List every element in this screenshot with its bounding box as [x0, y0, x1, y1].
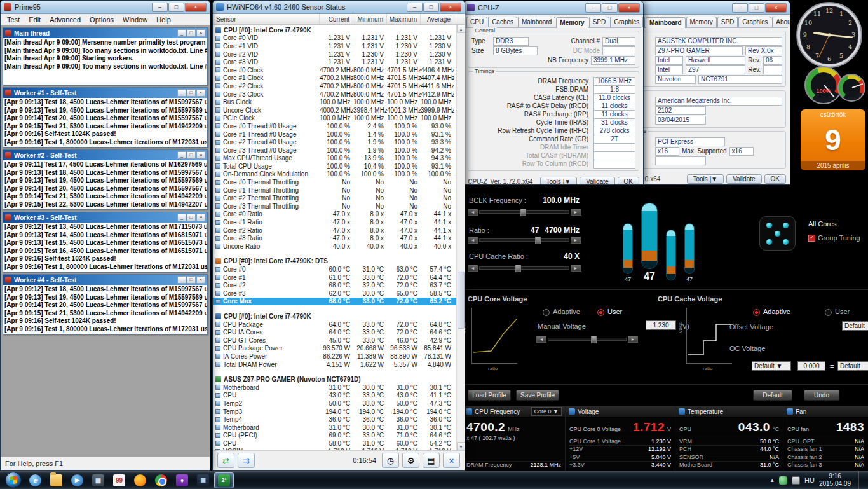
log-area[interactable]: [Apr 9 09:12] Test 18, 4500 Lucas-Lehmer…	[3, 285, 207, 334]
sensor-row[interactable]: Total DRAM Power4.151 W1.622 W5.357 W4.8…	[213, 361, 465, 369]
tab-memory[interactable]: Memory	[686, 17, 717, 27]
settings-gear-button[interactable]: ⚙	[402, 453, 419, 468]
sensor-row[interactable]: Core #3 Thermal ThrottlingNoNoNoNo	[213, 202, 465, 210]
sensor-row[interactable]: CPU Package Power93.570 W20.668 W96.538 …	[213, 345, 465, 353]
offset-voltage-field[interactable]: Default	[842, 321, 868, 331]
bclk-slider[interactable]: ◄►	[468, 209, 581, 216]
purple-app-icon[interactable]: ♦	[172, 472, 192, 488]
dark-app-icon[interactable]: ▣	[193, 472, 213, 488]
core-voltage-adaptive-radio[interactable]: Adaptive	[543, 308, 580, 315]
sensor-row[interactable]: VCCIN1.712 V1.712 V1.712 V1.712 V	[213, 448, 465, 450]
expand-button[interactable]: ⇉	[238, 453, 255, 468]
log-area[interactable]: [Apr 9 09:13] Test 18, 4500 Lucas-Lehmer…	[3, 98, 207, 147]
minimize-button[interactable]: –	[732, 3, 748, 13]
group-tuning-checkbox[interactable]: ✓ Group Tuning	[808, 234, 860, 242]
maximize-button[interactable]: □	[187, 29, 196, 37]
sensor-row[interactable]: Core #1 Thermal ThrottlingNoNoNoNo	[213, 186, 465, 195]
calendar-gadget[interactable]: csütörtök 9 2015 április	[801, 109, 865, 170]
minimize-button[interactable]: _	[177, 214, 186, 221]
sensor-row[interactable]: Core #268.0 °C32.0 °C72.0 °C63.7 °C	[213, 281, 465, 289]
sensor-row[interactable]: Core #2 VID1.231 V1.230 V1.230 V1.230 V	[213, 50, 465, 59]
undo-button[interactable]: Undo	[804, 390, 839, 401]
report-button[interactable]: ▤	[423, 453, 440, 468]
clock-button[interactable]: ◷	[382, 453, 399, 468]
slider-left-arrow-icon[interactable]: ◄	[468, 237, 478, 244]
tab-graphics[interactable]: Graphics	[738, 17, 771, 27]
tray-app-icon[interactable]	[779, 476, 787, 485]
sensor-row[interactable]: Temp250.0 °C38.0 °C50.0 °C47.3 °C	[213, 399, 465, 408]
close-button[interactable]: ×	[196, 29, 205, 37]
tab-memory[interactable]: Memory	[556, 17, 588, 28]
manual-voltage-field[interactable]: 1.230	[646, 320, 676, 330]
sensor-row[interactable]: Motherboard31.0 °C30.0 °C31.0 °C30.1 °C	[213, 424, 465, 432]
cache-voltage-user-radio[interactable]: User	[825, 308, 850, 315]
sensor-group-header[interactable]: CPU [#0]: Intel Core i7-4790K: DTS	[213, 258, 465, 266]
sensor-row[interactable]: Core #060.0 °C31.0 °C63.0 °C57.4 °C	[213, 265, 465, 273]
sensor-row[interactable]: Temp436.0 °C36.0 °C36.0 °C36.0 °C	[213, 415, 465, 424]
close-button[interactable]: ×	[440, 3, 461, 12]
core-select-dropdown[interactable]: Core 0 ▼	[531, 407, 562, 416]
taskbar-clock[interactable]: 9:16 2015.04.09	[819, 472, 851, 488]
sensor-group-header[interactable]: ASUS Z97-PRO GAMER (Nuvoton NCT6791D)	[213, 375, 465, 383]
minimize-button[interactable]: –	[152, 3, 168, 12]
slider-right-arrow-icon[interactable]: ►	[571, 209, 581, 216]
oc-voltage-field[interactable]: 0.000	[797, 361, 825, 371]
validate-button[interactable]: Validate	[726, 174, 761, 184]
minimize-button[interactable]: –	[585, 3, 601, 13]
scroll-up-icon[interactable]: ▲	[457, 25, 465, 33]
start-button[interactable]	[5, 472, 22, 488]
sensor-row[interactable]: Motherboard31.0 °C30.0 °C31.0 °C30.1 °C	[213, 383, 465, 392]
sensor-row[interactable]: Core #1 Ratio47.0 x8.0 x47.0 x44.1 x	[213, 218, 465, 226]
tab-mainboard[interactable]: Mainboard	[646, 17, 686, 28]
minimize-button[interactable]: _	[177, 89, 186, 97]
column-minimum[interactable]: Minimum	[353, 14, 387, 24]
hidden-icons-chevron[interactable]: ▲	[770, 478, 775, 483]
sensor-row[interactable]: Core #2 Clock4700.2 MHz800.0 MHz4701.5 M…	[213, 82, 465, 90]
tools-button[interactable]: Tools |▼	[540, 177, 578, 186]
scroll-down-icon[interactable]: ▼	[457, 442, 465, 450]
sensor-row[interactable]: Uncore Ratio40.0 x40.0 x40.0 x40.0 x	[213, 242, 465, 251]
log-area[interactable]: [Apr 9 09:12] Test 13, 4500 Lucas-Lehmer…	[3, 223, 207, 272]
sensor-row[interactable]: Temp3194.0 °C194.0 °C194.0 °C194.0 °C	[213, 408, 465, 416]
sensor-row[interactable]: CPU58.0 °C31.0 °C60.0 °C54.2 °C	[213, 439, 465, 448]
sensor-group-header[interactable]: CPU [#0]: Intel Core i7-4790K	[213, 26, 465, 34]
slider-right-arrow-icon[interactable]: ►	[571, 237, 581, 244]
save-profile-button[interactable]: Save Profile	[516, 390, 559, 401]
maximize-button[interactable]: □	[423, 3, 439, 12]
tab-graphics[interactable]: Graphics	[610, 17, 643, 27]
log-area[interactable]: [Main thread Apr 9 09:00] Mersenne numbe…	[3, 38, 207, 85]
menu-edit[interactable]: Edit	[24, 15, 45, 24]
titlebar[interactable]: Prime95 – □ ×	[1, 1, 210, 14]
maximize-button[interactable]: □	[187, 276, 196, 284]
column-maximum[interactable]: Maximum	[387, 14, 421, 24]
column-current[interactable]: Current	[320, 14, 353, 24]
ok-button[interactable]: OK	[618, 177, 639, 186]
slider-left-arrow-icon[interactable]: ◄	[468, 265, 478, 272]
sensor-row[interactable]: Bus Clock100.0 MHz100.0 MHz100.0 MHz100.…	[213, 98, 465, 106]
sensor-row[interactable]: Core #2 Thread #0 Usage100.0 %1.9 %100.0…	[213, 138, 465, 146]
reset-values-button[interactable]: ⇄	[217, 453, 234, 468]
menu-options[interactable]: Options	[85, 15, 118, 24]
sensor-row[interactable]: Core #0 VID1.231 V1.231 V1.231 V1.231 V	[213, 34, 465, 43]
sensor-row[interactable]: On-Demand Clock Modulation100.0 %100.0 %…	[213, 170, 465, 179]
menu-help[interactable]: Help	[152, 15, 175, 24]
sensor-row[interactable]: Core #3 Thread #0 Usage100.0 %1.9 %100.0…	[213, 146, 465, 155]
clock-gadget[interactable]: 121234567891011	[796, 1, 863, 69]
sensor-row[interactable]: Core #0 Thread #0 Usage100.0 %2.4 %100.0…	[213, 122, 465, 130]
sensor-row[interactable]: Core #2 Thermal ThrottlingNoNoNoNo	[213, 194, 465, 202]
menu-window[interactable]: Window	[118, 15, 152, 24]
child-titlebar[interactable]: Worker #3 - Self-Test_□×	[3, 212, 207, 223]
close-button[interactable]: ×	[196, 214, 205, 221]
sensor-row[interactable]: CPU Package64.0 °C33.0 °C72.0 °C64.8 °C	[213, 320, 465, 329]
tools-button[interactable]: Tools |▼	[687, 174, 724, 184]
counter-99-icon[interactable]: 99	[109, 472, 129, 488]
tab-caches[interactable]: Caches	[488, 17, 517, 27]
minimize-button[interactable]: _	[177, 29, 186, 37]
column-average[interactable]: Average	[421, 14, 454, 24]
cpu-meter-gadget[interactable]: 100%	[804, 66, 868, 108]
internet-explorer-icon[interactable]: e	[25, 472, 45, 488]
sensor-row[interactable]: IA Cores Power86.226 W11.389 W88.890 W78…	[213, 352, 465, 361]
log-area[interactable]: [Apr 9 09:11] Test 17, 4500 Lucas-Lehmer…	[3, 160, 207, 209]
slider-right-arrow-icon[interactable]: ►	[628, 336, 638, 343]
sensor-row[interactable]: CPU IA Cores64.0 °C33.0 °C72.0 °C64.6 °C	[213, 328, 465, 336]
